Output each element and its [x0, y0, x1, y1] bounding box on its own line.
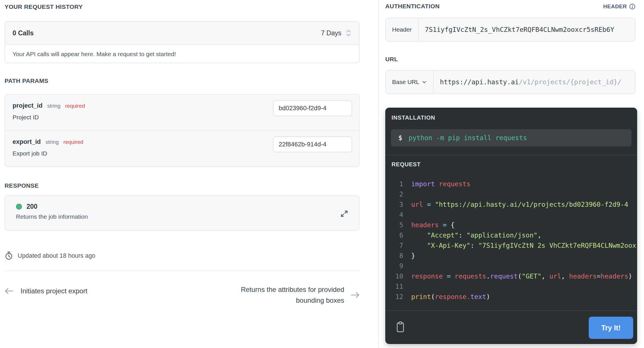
next-page-link[interactable]: Returns the attributes for provided boun… — [237, 284, 360, 306]
request-history-header: 0 Calls 7 Days — [5, 22, 359, 45]
endpoint-url: https://api.hasty.ai/v1/projects/{projec… — [434, 71, 635, 93]
auth-header-box: Header 7S1iyfgIVcZtN_2s_VhCZkt7eRQFB4CLN… — [385, 18, 635, 42]
clock-icon — [5, 251, 13, 260]
api-key-input[interactable]: 7S1iyfgIVcZtN_2s_VhCZkt7eRQFB4CLNwm2ooxc… — [419, 18, 635, 41]
authentication-title: AUTHENTICATION — [385, 3, 440, 10]
panel-divider — [385, 155, 637, 155]
code-line: 12print(response.text) — [385, 292, 637, 302]
column-divider — [378, 0, 379, 348]
try-it-sidebar: AUTHENTICATION HEADER Header 7S1iyfgIVcZ… — [385, 0, 637, 348]
prev-page-label: Initiates project export — [21, 287, 87, 295]
request-history-title: YOUR REQUEST HISTORY — [5, 3, 83, 10]
code-line: 6 "Accept": "application/json", — [385, 230, 637, 240]
base-url-label: Base URL — [392, 79, 419, 85]
prev-page-link[interactable]: Initiates project export — [5, 287, 87, 295]
install-command: python -m pip install requests — [409, 134, 527, 142]
right-arrow-icon — [350, 292, 360, 298]
clipboard-icon[interactable] — [396, 321, 405, 333]
code-block: 1import requests23url = "https://api.has… — [385, 179, 637, 302]
left-arrow-icon — [5, 288, 14, 294]
path-params-box: project_id string required Project ID ex… — [5, 94, 360, 167]
auth-type: HEADER — [603, 3, 635, 10]
sort-chevrons-icon — [345, 29, 352, 37]
calls-count: 0 Calls — [13, 29, 34, 37]
expand-icon[interactable] — [339, 208, 349, 219]
updated-row: Updated about 18 hours ago — [5, 251, 95, 260]
auth-field-label: Header — [386, 18, 419, 41]
auth-type-label: HEADER — [603, 3, 627, 10]
period-select[interactable]: 7 Days — [321, 29, 352, 37]
param-row-export-id: export_id string required Export job ID — [5, 131, 359, 167]
request-title: REQUEST — [392, 161, 421, 168]
try-it-button[interactable]: Try It! — [589, 317, 633, 339]
response-title: RESPONSE — [5, 182, 39, 189]
code-line: 11 — [385, 281, 637, 292]
export-id-input[interactable] — [273, 136, 352, 152]
next-page-label: Returns the attributes for provided boun… — [237, 284, 344, 306]
code-line: 5headers = { — [385, 220, 637, 230]
chevron-down-icon — [422, 79, 427, 85]
code-line: 7 "X-Api-Key": "7S1iyfgIVcZtN_2s_VhCZkt7… — [385, 240, 637, 251]
api-reference-page: YOUR REQUEST HISTORY 0 Calls 7 Days Your… — [0, 0, 644, 348]
installation-title: INSTALLATION — [392, 114, 435, 121]
install-command-box[interactable]: $ python -m pip install requests — [391, 129, 631, 146]
response-box: 200 Returns the job information — [5, 195, 360, 231]
code-line: 3url = "https://api.hasty.ai/v1/projects… — [385, 199, 637, 210]
param-type: string — [45, 139, 58, 145]
param-row-project-id: project_id string required Project ID — [5, 95, 359, 131]
param-name: project_id — [13, 102, 42, 109]
request-history-box: 0 Calls 7 Days Your API calls will appea… — [5, 21, 360, 63]
endpoint-base: https://api.hasty.ai — [440, 78, 519, 86]
period-value: 7 Days — [321, 29, 341, 37]
code-line: 9 — [385, 261, 637, 271]
url-box: Base URL https://api.hasty.ai/v1/project… — [385, 70, 635, 94]
project-id-input[interactable] — [273, 100, 352, 116]
param-name: export_id — [13, 138, 41, 145]
code-panel: INSTALLATION $ python -m pip install req… — [385, 108, 637, 344]
param-type: string — [47, 103, 60, 109]
code-line: 4 — [385, 210, 637, 220]
param-required-badge: required — [65, 103, 85, 109]
info-icon[interactable] — [629, 3, 635, 10]
response-description: Returns the job information — [16, 213, 359, 220]
code-line: 8} — [385, 251, 637, 261]
status-dot — [16, 204, 22, 210]
path-params-title: PATH PARAMS — [5, 77, 48, 84]
shell-prompt: $ — [398, 134, 402, 142]
code-line: 1import requests — [385, 179, 637, 189]
request-history-empty-message: Your API calls will appear here. Make a … — [5, 45, 359, 63]
footer-divider — [5, 271, 360, 271]
code-line: 2 — [385, 189, 637, 199]
base-url-select[interactable]: Base URL — [386, 71, 434, 93]
endpoint-path: /v1/projects/{project_id}/ — [519, 78, 621, 86]
panel-footer: Try It! — [385, 310, 637, 344]
updated-text: Updated about 18 hours ago — [18, 252, 95, 259]
param-required-badge: required — [63, 139, 83, 145]
url-title: URL — [385, 56, 398, 63]
status-code: 200 — [27, 203, 37, 210]
code-line: 10response = requests.request("GET", url… — [385, 271, 637, 281]
